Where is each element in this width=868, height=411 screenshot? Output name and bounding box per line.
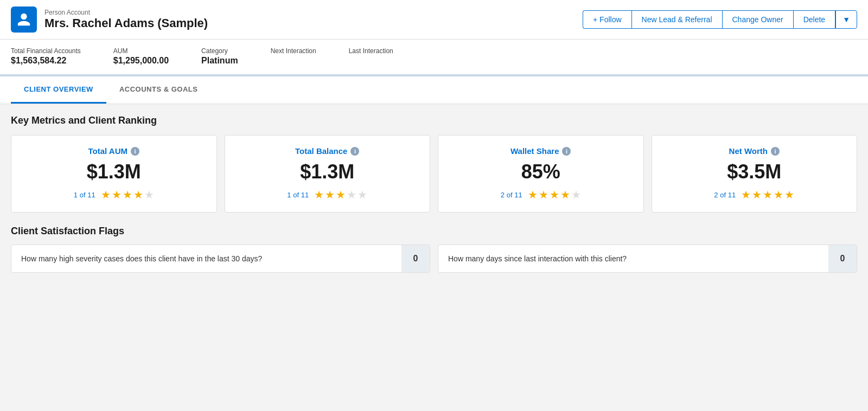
card-total-balance: Total Balance i $1.3M 1 of 11 ★ ★ ★ ★ ★ <box>225 135 431 213</box>
star-3: ★ <box>763 188 773 201</box>
metric-value-category: Platinum <box>201 56 238 66</box>
info-icon-wallet[interactable]: i <box>562 147 571 156</box>
star-4: ★ <box>133 188 143 201</box>
stars-aum: ★ ★ ★ ★ ★ <box>101 188 154 201</box>
card-value-balance: $1.3M <box>300 162 354 182</box>
card-title-networth: Net Worth <box>729 146 768 156</box>
star-5: ★ <box>144 188 154 201</box>
satisfaction-question-1: How many high severity cases does this c… <box>11 246 401 272</box>
tabs-bar: CLIENT OVERVIEW ACCOUNTS & GOALS <box>0 76 868 104</box>
record-type-label: Person Account <box>44 9 208 16</box>
star-4: ★ <box>347 188 356 201</box>
satisfaction-question-2: How many days since last interaction wit… <box>438 246 828 272</box>
page-header: Person Account Mrs. Rachel Adams (Sample… <box>0 0 868 40</box>
metric-label-next-interaction: Next Interaction <box>271 47 316 55</box>
star-2: ★ <box>325 188 335 201</box>
star-5: ★ <box>784 188 794 201</box>
metric-category: Category Platinum <box>201 47 238 66</box>
star-2: ★ <box>112 188 122 201</box>
metric-label-category: Category <box>201 47 238 55</box>
card-ranking-aum: 1 of 11 ★ ★ ★ ★ ★ <box>74 188 154 201</box>
key-metrics-title: Key Metrics and Client Ranking <box>11 115 857 126</box>
card-value-aum: $1.3M <box>87 162 141 182</box>
main-content: Key Metrics and Client Ranking Total AUM… <box>0 104 868 284</box>
record-name: Mrs. Rachel Adams (Sample) <box>44 16 208 30</box>
metric-value-total-financial-accounts: $1,563,584.22 <box>11 56 81 66</box>
metric-last-interaction: Last Interaction <box>349 47 393 56</box>
ranking-text-networth: 2 of 11 <box>714 191 736 199</box>
satisfaction-value-2: 0 <box>828 245 857 272</box>
card-ranking-balance: 1 of 11 ★ ★ ★ ★ ★ <box>287 188 367 201</box>
card-title-aum: Total AUM <box>88 146 128 156</box>
star-3: ★ <box>336 188 346 201</box>
card-title-wallet: Wallet Share <box>510 146 559 156</box>
tab-client-overview[interactable]: CLIENT OVERVIEW <box>11 76 106 104</box>
satisfaction-cards: How many high severity cases does this c… <box>11 245 857 273</box>
stars-networth: ★ ★ ★ ★ ★ <box>741 188 794 201</box>
star-5: ★ <box>358 188 367 201</box>
star-3: ★ <box>123 188 132 201</box>
tab-accounts-goals[interactable]: ACCOUNTS & GOALS <box>106 76 211 104</box>
metric-label-aum: AUM <box>113 47 169 55</box>
metric-cards: Total AUM i $1.3M 1 of 11 ★ ★ ★ ★ ★ Tota… <box>11 135 857 213</box>
star-2: ★ <box>539 188 548 201</box>
delete-button[interactable]: Delete <box>794 10 835 29</box>
star-1: ★ <box>528 188 538 201</box>
metric-label-total-financial-accounts: Total Financial Accounts <box>11 47 81 55</box>
person-account-icon <box>11 7 37 33</box>
star-4: ★ <box>560 188 570 201</box>
card-title-row-aum: Total AUM i <box>88 146 140 156</box>
ranking-text-aum: 1 of 11 <box>74 191 95 199</box>
stars-balance: ★ ★ ★ ★ ★ <box>314 188 367 201</box>
stars-wallet: ★ ★ ★ ★ ★ <box>528 188 581 201</box>
metrics-bar: Total Financial Accounts $1,563,584.22 A… <box>0 40 868 76</box>
actions-dropdown-button[interactable]: ▼ <box>835 10 857 29</box>
card-title-row-balance: Total Balance i <box>295 146 359 156</box>
star-1: ★ <box>314 188 324 201</box>
card-title-balance: Total Balance <box>295 146 347 156</box>
star-5: ★ <box>571 188 581 201</box>
satisfaction-card-1: How many high severity cases does this c… <box>11 245 430 273</box>
card-title-row-networth: Net Worth i <box>729 146 780 156</box>
card-value-wallet: 85% <box>521 162 560 182</box>
follow-button[interactable]: + Follow <box>583 10 631 29</box>
card-wallet-share: Wallet Share i 85% 2 of 11 ★ ★ ★ ★ ★ <box>438 135 644 213</box>
info-icon-networth[interactable]: i <box>771 147 780 156</box>
star-1: ★ <box>741 188 751 201</box>
metric-aum: AUM $1,295,000.00 <box>113 47 169 66</box>
ranking-text-wallet: 2 of 11 <box>501 191 522 199</box>
header-actions: + Follow New Lead & Referral Change Owne… <box>583 10 857 29</box>
metric-next-interaction: Next Interaction <box>271 47 316 56</box>
header-left: Person Account Mrs. Rachel Adams (Sample… <box>11 7 208 33</box>
metric-total-financial-accounts: Total Financial Accounts $1,563,584.22 <box>11 47 81 66</box>
card-ranking-networth: 2 of 11 ★ ★ ★ ★ ★ <box>714 188 794 201</box>
ranking-text-balance: 1 of 11 <box>287 191 309 199</box>
card-ranking-wallet: 2 of 11 ★ ★ ★ ★ ★ <box>501 188 581 201</box>
star-2: ★ <box>752 188 762 201</box>
card-value-networth: $3.5M <box>727 162 781 182</box>
star-3: ★ <box>550 188 559 201</box>
info-icon-aum[interactable]: i <box>131 147 139 156</box>
satisfaction-card-2: How many days since last interaction wit… <box>438 245 857 273</box>
new-lead-referral-button[interactable]: New Lead & Referral <box>631 10 722 29</box>
satisfaction-value-1: 0 <box>401 245 430 272</box>
card-title-row-wallet: Wallet Share i <box>510 146 571 156</box>
metric-label-last-interaction: Last Interaction <box>349 47 393 55</box>
change-owner-button[interactable]: Change Owner <box>722 10 794 29</box>
info-icon-balance[interactable]: i <box>350 147 359 156</box>
satisfaction-title: Client Satisfaction Flags <box>11 226 857 237</box>
star-4: ★ <box>774 188 783 201</box>
card-total-aum: Total AUM i $1.3M 1 of 11 ★ ★ ★ ★ ★ <box>11 135 217 213</box>
metric-value-aum: $1,295,000.00 <box>113 56 169 66</box>
header-title-group: Person Account Mrs. Rachel Adams (Sample… <box>44 9 208 30</box>
satisfaction-section: Client Satisfaction Flags How many high … <box>11 226 857 273</box>
card-net-worth: Net Worth i $3.5M 2 of 11 ★ ★ ★ ★ ★ <box>652 135 858 213</box>
star-1: ★ <box>101 188 111 201</box>
